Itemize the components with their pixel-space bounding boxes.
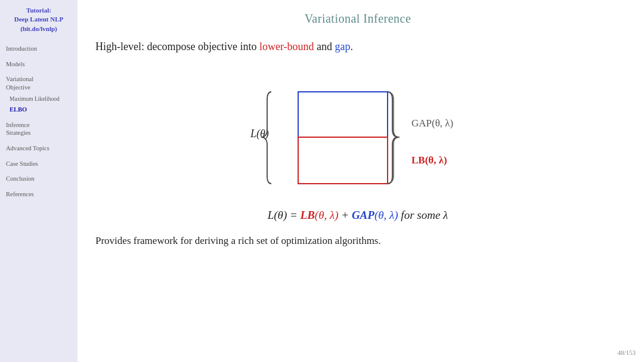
gap-diagram-label: GAP(θ, λ) [411, 117, 453, 129]
sidebar-item-conclusion[interactable]: Conclusion [5, 174, 36, 184]
lower-bound-text: lower-bound [259, 41, 314, 52]
gap-label-inline: gap [335, 41, 351, 52]
svg-rect-1 [298, 137, 388, 184]
sidebar-item-maximum-likelihood[interactable]: Maximum Likelihood [8, 95, 61, 103]
main-content: Variational Inference High-level: decomp… [78, 0, 644, 362]
high-level-prefix: High-level: decompose objective into [95, 41, 259, 52]
sidebar-item-references[interactable]: References [5, 190, 35, 199]
formula-gap: GAP(θ, λ) [352, 209, 398, 221]
svg-rect-0 [298, 92, 388, 137]
sidebar-item-introduction[interactable]: Introduction [5, 44, 38, 54]
slide-title: Variational Inference [95, 12, 620, 26]
period: . [351, 41, 354, 52]
formula-line: L(θ) = LB(θ, λ) + GAP(θ, λ) for some λ [95, 209, 620, 222]
formula-lb: LB(θ, λ) [301, 209, 339, 221]
sidebar-item-advanced-topics[interactable]: Advanced Topics [5, 144, 51, 153]
sidebar-item-inference-strategies[interactable]: InferenceStrategies [5, 120, 32, 138]
sidebar: Tutorial: Deep Latent NLP (bit.do/lvnlp)… [0, 0, 78, 362]
sidebar-item-elbo[interactable]: ELBO [8, 105, 28, 115]
diagram-svg: L(θ) GAP(θ, λ) LB(θ, λ) [179, 67, 537, 198]
sidebar-title: Tutorial: Deep Latent NLP (bit.do/lvnlp) [5, 6, 73, 33]
sidebar-item-models[interactable]: Models [5, 60, 26, 69]
and-text: and [314, 41, 335, 52]
provides-text: Provides framework for deriving a rich s… [95, 235, 620, 247]
diagram-area: L(θ) GAP(θ, λ) LB(θ, λ) [179, 67, 537, 198]
sidebar-item-case-studies[interactable]: Case Studies [5, 159, 39, 169]
sidebar-item-variational-objective[interactable]: VariationalObjective [5, 75, 35, 92]
high-level-text: High-level: decompose objective into low… [95, 39, 620, 55]
lb-diagram-label: LB(θ, λ) [411, 154, 447, 166]
page-number: 48/153 [617, 349, 636, 356]
